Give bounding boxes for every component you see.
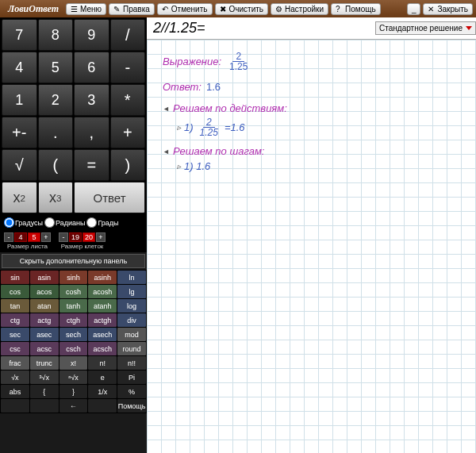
key-7[interactable]: 7	[2, 19, 37, 51]
menu-button[interactable]: ☰Меню	[66, 3, 106, 15]
func-atan[interactable]: atan	[30, 299, 59, 313]
answer-value: 1.6	[206, 81, 221, 93]
func-ctgh[interactable]: ctgh	[60, 313, 88, 327]
func-acsch[interactable]: acsch	[88, 342, 117, 355]
minimize-button[interactable]: _	[407, 3, 421, 15]
sheet-v2: 5	[28, 232, 40, 242]
func-}[interactable]: }	[60, 385, 88, 398]
func-tanh[interactable]: tanh	[60, 299, 88, 313]
func-round[interactable]: round	[117, 342, 146, 355]
close-button[interactable]: ✕Закрыть	[423, 3, 473, 15]
sheet-minus[interactable]: -	[4, 232, 13, 242]
func-acos[interactable]: acos	[30, 285, 59, 298]
undo-button[interactable]: ↶Отменить	[157, 3, 213, 15]
key-8[interactable]: 8	[38, 19, 74, 51]
func-Помощь[interactable]: Помощь	[117, 399, 146, 413]
settings-button[interactable]: ⚙Настройки	[271, 3, 328, 15]
clear-icon: ✖	[220, 5, 228, 13]
func-1/x[interactable]: 1/x	[88, 385, 117, 398]
section-actions[interactable]: Решаем по действиям:	[163, 102, 460, 114]
sheet-plus[interactable]: +	[41, 232, 51, 242]
key-answer[interactable]: Ответ	[74, 182, 145, 213]
mode-select[interactable]: Стандартное решение	[375, 21, 476, 35]
app-logo: ЛовиОтвет	[3, 3, 63, 15]
cell-minus[interactable]: -	[59, 232, 68, 242]
func-actg[interactable]: actg	[30, 313, 59, 327]
func-acsc[interactable]: acsc	[30, 342, 59, 355]
func-←[interactable]: ←	[60, 399, 88, 413]
key-4[interactable]: 4	[2, 52, 37, 83]
key-x3[interactable]: x3	[38, 182, 74, 213]
key-plus[interactable]: +	[110, 117, 146, 148]
func-atanh[interactable]: atanh	[88, 299, 117, 313]
func-cos[interactable]: cos	[1, 285, 29, 298]
key-5[interactable]: 5	[38, 52, 74, 83]
func-x![interactable]: x!	[60, 356, 88, 370]
func-asinh[interactable]: asinh	[88, 271, 117, 284]
func-sec[interactable]: sec	[1, 328, 29, 341]
dropdown-icon	[466, 26, 472, 30]
cell-plus[interactable]: +	[96, 232, 106, 242]
right-panel: 2//1.25= Стандартное решение Выражение: …	[147, 17, 476, 453]
key-x2[interactable]: x2	[2, 182, 37, 213]
key-comma[interactable]: ,	[74, 117, 109, 148]
func-asec[interactable]: asec	[30, 328, 59, 341]
func-csch[interactable]: csch	[60, 342, 88, 355]
func-lg[interactable]: lg	[117, 285, 146, 298]
func-cosh[interactable]: cosh	[60, 285, 88, 298]
func-ctg[interactable]: ctg	[1, 313, 29, 327]
key-minus[interactable]: -	[110, 52, 146, 83]
func-trunc[interactable]: trunc	[30, 356, 59, 370]
func-ⁿ√x[interactable]: ⁿ√x	[60, 370, 88, 384]
func-log[interactable]: log	[117, 299, 146, 313]
radio-degrees[interactable]: Градусы	[4, 217, 43, 228]
radio-grads[interactable]: Грады	[86, 217, 118, 228]
func-sech[interactable]: sech	[60, 328, 88, 341]
func-{[interactable]: {	[30, 385, 59, 398]
func-Pi[interactable]: Pi	[117, 370, 146, 384]
edit-button[interactable]: ✎Правка	[109, 3, 155, 15]
key-9[interactable]: 9	[74, 19, 109, 51]
func-asech[interactable]: asech	[88, 328, 117, 341]
key-plusminus[interactable]: +-	[2, 117, 37, 148]
key-lparen[interactable]: (	[38, 149, 74, 181]
func-%[interactable]: %	[117, 385, 146, 398]
radio-radians[interactable]: Радианы	[44, 217, 85, 228]
gear-icon: ⚙	[275, 5, 283, 13]
key-2[interactable]: 2	[38, 84, 74, 116]
func-tan[interactable]: tan	[1, 299, 29, 313]
section-steps[interactable]: Решаем по шагам:	[163, 145, 460, 157]
key-multiply[interactable]: *	[110, 84, 146, 116]
func-ln[interactable]: ln	[117, 271, 146, 284]
func-frac[interactable]: frac	[1, 356, 29, 370]
func-n!![interactable]: n!!	[117, 356, 146, 370]
func-csc[interactable]: csc	[1, 342, 29, 355]
key-sqrt[interactable]: √	[2, 149, 37, 181]
key-3[interactable]: 3	[74, 84, 109, 116]
func-e[interactable]: e	[88, 370, 117, 384]
func-³√x[interactable]: ³√x	[30, 370, 59, 384]
func-div[interactable]: div	[117, 313, 146, 327]
func-√x[interactable]: √x	[1, 370, 29, 384]
key-dot[interactable]: .	[38, 117, 74, 148]
clear-button[interactable]: ✖Очистить	[215, 3, 269, 15]
func-mod[interactable]: mod	[117, 328, 146, 341]
func-sin[interactable]: sin	[1, 271, 29, 284]
key-rparen[interactable]: )	[110, 149, 146, 181]
answer-label: Ответ:	[163, 81, 202, 93]
key-6[interactable]: 6	[74, 52, 109, 83]
func-sinh[interactable]: sinh	[60, 271, 88, 284]
func-acosh[interactable]: acosh	[88, 285, 117, 298]
func-asin[interactable]: asin	[30, 271, 59, 284]
key-divide[interactable]: /	[110, 19, 146, 51]
func-n![interactable]: n!	[88, 356, 117, 370]
angle-mode: Градусы Радианы Грады	[0, 215, 147, 230]
func-abs[interactable]: abs	[1, 385, 29, 398]
key-1[interactable]: 1	[2, 84, 37, 116]
func-actgh[interactable]: actgh	[88, 313, 117, 327]
help-button[interactable]: ?Помощь	[331, 3, 381, 15]
hide-panel-button[interactable]: Скрыть дополнительную панель	[2, 254, 145, 268]
expression-input[interactable]: 2//1.25=	[147, 17, 375, 39]
close-icon: ✕	[428, 5, 436, 13]
key-equals[interactable]: =	[74, 149, 109, 181]
